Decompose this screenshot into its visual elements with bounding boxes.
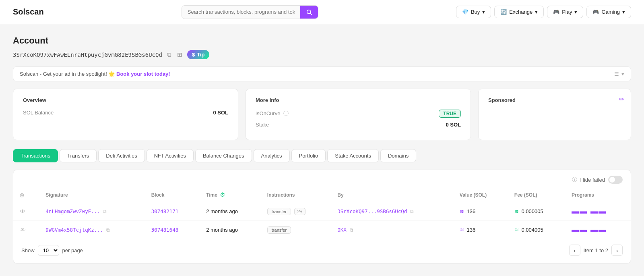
- clock-icon: ⏱: [220, 192, 225, 198]
- row-eye: 👁: [13, 202, 39, 221]
- row-value: ≋ 136: [453, 221, 508, 239]
- topbar-left: Solscan: [13, 7, 44, 17]
- search-bar: [182, 5, 318, 19]
- row-fee: ≋ 0.000005: [508, 202, 565, 221]
- logo[interactable]: Solscan: [13, 7, 44, 17]
- row-value: ≋ 136: [453, 202, 508, 221]
- wallet-address: 3SrXcoKQ97xwFAwELnraHtpuycjGvmG82E9SBGs6…: [13, 52, 162, 58]
- sponsored-title: Sponsored: [488, 97, 621, 103]
- instruction-extra: 2+: [294, 208, 306, 215]
- buy-icon: 💎: [462, 9, 469, 15]
- table-card: ⓘ Hide failed ◎ Signature Block Time ⏱: [13, 170, 631, 264]
- tab-portfolio[interactable]: Portfolio: [291, 149, 326, 162]
- tab-domains[interactable]: Domains: [380, 149, 416, 162]
- ad-banner: Solscan - Get your ad in the spotlight! …: [13, 66, 631, 81]
- buy-button[interactable]: 💎 Buy ▾: [456, 6, 491, 18]
- hide-failed-row: ⓘ Hide failed: [572, 176, 623, 184]
- col-instructions: Instructions: [261, 188, 331, 202]
- search-input[interactable]: [182, 6, 300, 18]
- is-on-curve-label: isOnCurve ⓘ: [256, 110, 289, 117]
- tab-transfers[interactable]: Transfers: [60, 149, 97, 162]
- instruction-tag: transfer: [267, 226, 291, 234]
- tab-balance-changes[interactable]: Balance Changes: [195, 149, 252, 162]
- qr-icon: ⊞: [177, 51, 182, 58]
- tip-badge[interactable]: $ Tip: [187, 50, 210, 59]
- tab-nft-activities[interactable]: NFT Activities: [147, 149, 194, 162]
- show-label: Show: [21, 247, 35, 253]
- table-row: 👁 9WGVm4x58TcjtqKz... ⧉ 307481648 2 mont…: [13, 221, 631, 239]
- tab-analytics[interactable]: Analytics: [254, 149, 290, 162]
- ad-banner-controls[interactable]: ☰ ▾: [614, 71, 624, 77]
- signature-link[interactable]: 4nLHmgomZwvZwyE...: [45, 208, 100, 214]
- item-range: Item 1 to 2: [584, 247, 608, 253]
- instruction-tag: transfer: [267, 208, 291, 215]
- block-link[interactable]: 307482171: [151, 208, 179, 214]
- pagination-controls: ‹ Item 1 to 2 ›: [569, 245, 623, 256]
- row-time: 2 months ago: [200, 221, 261, 239]
- copy-icon[interactable]: ⧉: [103, 209, 107, 214]
- copy-icon[interactable]: ⧉: [410, 209, 414, 214]
- search-button[interactable]: [300, 6, 318, 19]
- gaming-button[interactable]: 🎮 Gaming ▾: [586, 6, 631, 18]
- row-block: 307481648: [145, 221, 200, 239]
- exchange-icon: 🔄: [500, 9, 507, 15]
- qr-code-button[interactable]: ⊞: [176, 50, 183, 59]
- stake-label: Stake: [256, 122, 269, 128]
- row-by: OKX ⧉: [331, 221, 453, 239]
- ad-text: Solscan - Get your ad in the spotlight! …: [20, 71, 170, 77]
- tip-icon: $: [192, 52, 195, 58]
- overview-card: Overview SOL Balance 0 SOL: [13, 89, 238, 140]
- chevron-down-icon: ▾: [574, 9, 577, 15]
- tab-defi-activities[interactable]: Defi Activities: [98, 149, 144, 162]
- row-instructions: transfer: [261, 221, 331, 239]
- chevron-down-icon: ▾: [621, 71, 624, 77]
- cards-row: Overview SOL Balance 0 SOL More info isO…: [13, 89, 631, 140]
- more-info-title: More info: [256, 97, 461, 103]
- overview-title: Overview: [23, 97, 228, 103]
- play-button[interactable]: 🎮 Play ▾: [547, 6, 583, 18]
- signature-link[interactable]: 9WGVm4x58TcjtqKz...: [45, 227, 103, 233]
- sol-icon: ≋: [460, 208, 464, 214]
- fee-icon: ≋: [514, 227, 519, 233]
- program-icons: ▬▬ ▬▬: [572, 207, 607, 215]
- program-icons: ▬▬ ▬▬: [572, 226, 607, 234]
- next-page-button[interactable]: ›: [611, 245, 623, 256]
- ad-link[interactable]: Book your slot today!: [116, 71, 170, 77]
- col-programs: Programs: [565, 188, 631, 202]
- row-signature: 9WGVm4x58TcjtqKz... ⧉: [39, 221, 144, 239]
- row-instructions: transfer 2+: [261, 202, 331, 221]
- sponsored-card: Sponsored ✏: [478, 89, 631, 140]
- prev-page-button[interactable]: ‹: [569, 245, 580, 256]
- tab-stake-accounts[interactable]: Stake Accounts: [327, 149, 379, 162]
- by-link[interactable]: 3SrXcoKQ97...9SBGs6UcQd: [337, 208, 407, 214]
- play-icon: 🎮: [553, 9, 559, 15]
- table-header: ◎ Signature Block Time ⏱ Instructions By…: [13, 188, 631, 202]
- more-info-card: More info isOnCurve ⓘ TRUE Stake 0 SOL: [246, 89, 471, 140]
- copy-icon[interactable]: ⧉: [350, 227, 353, 233]
- transactions-table: ◎ Signature Block Time ⏱ Instructions By…: [13, 188, 631, 239]
- copy-address-button[interactable]: ⧉: [166, 50, 172, 59]
- exchange-button[interactable]: 🔄 Exchange ▾: [494, 6, 544, 18]
- fee-icon: ≋: [514, 208, 519, 214]
- is-on-curve-value: TRUE: [439, 110, 461, 118]
- block-link[interactable]: 307481648: [151, 227, 179, 233]
- tab-transactions[interactable]: Transactions: [13, 149, 58, 162]
- hide-failed-toggle[interactable]: [608, 176, 623, 184]
- stake-value: 0 SOL: [446, 122, 461, 128]
- by-link[interactable]: OKX: [337, 227, 347, 233]
- menu-icon: ☰: [614, 71, 619, 77]
- page-content: Account 3SrXcoKQ97xwFAwELnraHtpuycjGvmG8…: [0, 24, 644, 272]
- edit-sponsored-button[interactable]: ✏: [619, 95, 624, 103]
- row-block: 307482171: [145, 202, 200, 221]
- copy-icon: ⧉: [167, 51, 171, 58]
- search-icon: [306, 9, 312, 15]
- per-page-select[interactable]: 10 25 50: [38, 245, 59, 256]
- col-fee: Fee (SOL): [508, 188, 565, 202]
- chevron-down-icon: ▾: [535, 9, 538, 15]
- col-value: Value (SOL): [453, 188, 508, 202]
- tabs-row: Transactions Transfers Defi Activities N…: [13, 149, 631, 162]
- copy-icon[interactable]: ⧉: [106, 227, 110, 233]
- row-time: 2 months ago: [200, 202, 261, 221]
- topbar: Solscan 💎 Buy ▾ 🔄 Exchange ▾ 🎮 Play ▾ 🎮: [0, 0, 644, 24]
- sol-balance-row: SOL Balance 0 SOL: [23, 110, 228, 116]
